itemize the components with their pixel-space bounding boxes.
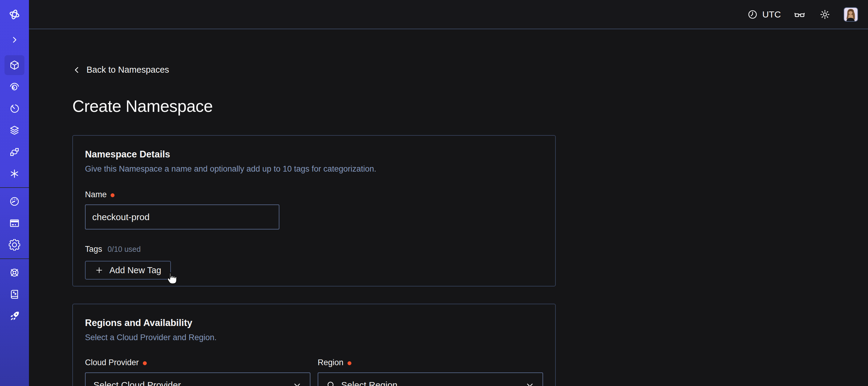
cloud-provider-label: Cloud Provider — [85, 358, 310, 367]
required-dot — [143, 361, 147, 365]
avatar-image — [844, 8, 858, 21]
labs-toggle-button[interactable] — [793, 8, 806, 21]
schedules-timer-icon — [9, 103, 20, 114]
sidebar — [0, 0, 29, 386]
region-select-value: Select Region — [341, 380, 520, 386]
card-subtitle: Give this Namespace a name and optionall… — [85, 165, 543, 174]
tags-used-counter: 0/10 used — [107, 245, 141, 254]
sidebar-item-namespaces[interactable] — [0, 54, 29, 76]
chevron-down-icon — [525, 380, 535, 386]
usage-gauge-icon — [9, 196, 20, 207]
sidebar-item-billing[interactable] — [0, 212, 29, 234]
sidebar-item-settings[interactable] — [0, 234, 29, 256]
cloud-provider-column: Cloud Provider Select Cloud Provider — [85, 358, 310, 386]
docs-book-icon — [9, 289, 20, 300]
page-content: Back to Namespaces Create Namespace Name… — [29, 29, 868, 386]
search-icon — [326, 380, 336, 386]
user-avatar[interactable] — [844, 7, 858, 22]
getting-started-rocket-icon — [9, 310, 20, 322]
region-select[interactable]: Select Region — [318, 373, 543, 386]
sidebar-item-workflows[interactable] — [0, 76, 29, 98]
card-title: Namespace Details — [85, 149, 543, 160]
namespace-details-card: Namespace Details Give this Namespace a … — [72, 135, 556, 287]
sidebar-item-batch-operations[interactable] — [0, 141, 29, 163]
sidebar-item-support[interactable] — [0, 262, 29, 284]
provider-region-columns: Cloud Provider Select Cloud Provider — [85, 358, 543, 386]
billing-card-icon — [9, 217, 20, 229]
settings-gear-icon — [9, 239, 20, 250]
sidebar-item-deployments[interactable] — [0, 119, 29, 141]
support-lifebuoy-icon — [9, 267, 20, 278]
card-subtitle: Select a Cloud Provider and Region. — [85, 333, 543, 342]
required-dot — [347, 361, 351, 365]
app-root: UTC — [0, 0, 868, 386]
theme-toggle-button[interactable] — [818, 8, 832, 21]
add-new-tag-button[interactable]: Add New Tag — [85, 261, 171, 279]
plus-icon — [95, 266, 104, 275]
cloud-provider-select-value: Select Cloud Provider — [93, 380, 287, 386]
chevron-right-icon — [9, 35, 20, 45]
clock-icon — [747, 9, 758, 20]
card-title: Regions and Availability — [85, 318, 543, 328]
sidebar-divider — [0, 259, 29, 259]
region-label: Region — [318, 358, 543, 367]
page-title: Create Namespace — [72, 96, 213, 116]
required-dot — [111, 193, 115, 197]
tags-label: Tags — [85, 244, 102, 254]
sidebar-item-getting-started[interactable] — [0, 305, 29, 327]
batch-branch-icon — [9, 146, 20, 158]
tags-label-row: Tags 0/10 used — [85, 244, 543, 254]
deployments-layers-icon — [9, 124, 20, 136]
chevron-down-icon — [292, 380, 302, 386]
sidebar-item-nexus[interactable] — [0, 163, 29, 184]
nexus-asterisk-icon — [9, 168, 20, 179]
back-to-namespaces-link[interactable]: Back to Namespaces — [72, 65, 169, 75]
top-header: UTC — [29, 0, 868, 29]
main-area: UTC — [29, 0, 868, 386]
temporal-logo-icon — [8, 8, 21, 21]
sidebar-expand-button[interactable] — [0, 29, 29, 51]
name-label: Name — [85, 190, 543, 199]
temporal-logo[interactable] — [0, 0, 29, 29]
back-link-label: Back to Namespaces — [87, 65, 169, 75]
cloud-provider-select[interactable]: Select Cloud Provider — [85, 373, 310, 386]
namespace-name-input[interactable] — [85, 204, 279, 230]
regions-availability-card: Regions and Availability Select a Cloud … — [72, 304, 556, 386]
timezone-label: UTC — [762, 9, 781, 20]
sidebar-item-usage[interactable] — [0, 190, 29, 212]
timezone-selector[interactable]: UTC — [747, 9, 781, 20]
sidebar-item-docs[interactable] — [0, 284, 29, 305]
add-new-tag-label: Add New Tag — [110, 265, 161, 275]
glasses-icon — [794, 8, 806, 21]
workflows-spiral-icon — [9, 81, 20, 93]
namespaces-cube-icon — [9, 59, 20, 71]
chevron-left-icon — [72, 65, 82, 75]
sidebar-item-schedules[interactable] — [0, 98, 29, 119]
sun-icon — [819, 9, 831, 20]
region-column: Region Select Region — [318, 358, 543, 386]
sidebar-divider — [0, 187, 29, 188]
